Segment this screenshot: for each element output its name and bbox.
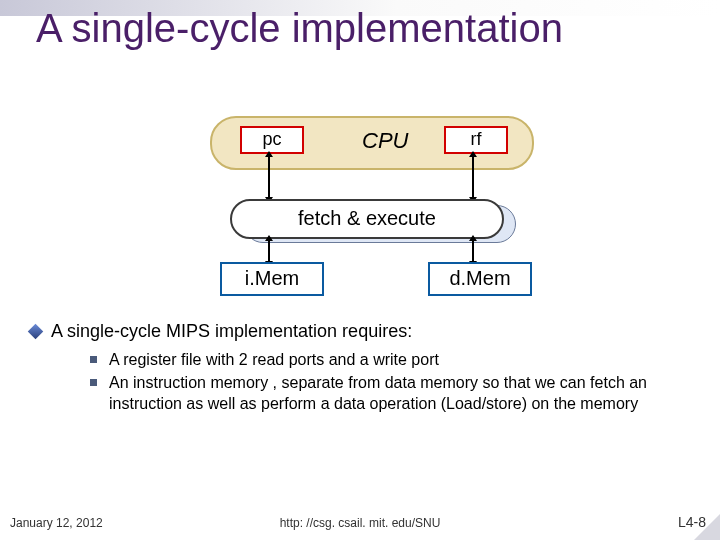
lead-text: A single-cycle MIPS implementation requi… <box>51 320 412 343</box>
bullet-text: An instruction memory , separate from da… <box>109 372 690 414</box>
imem-box: i.Mem <box>220 262 324 296</box>
arrow-imem <box>268 240 270 262</box>
fetch-execute-label: fetch & execute <box>230 199 504 239</box>
bullet-lvl1: A single-cycle MIPS implementation requi… <box>30 320 690 343</box>
list-item: An instruction memory , separate from da… <box>90 372 690 414</box>
sub-bullets: A register file with 2 read ports and a … <box>90 349 690 414</box>
footer-url: http: //csg. csail. mit. edu/SNU <box>0 516 720 530</box>
list-item: A register file with 2 read ports and a … <box>90 349 690 370</box>
cpu-label: CPU <box>362 128 408 154</box>
page-curl-icon <box>694 514 720 540</box>
arrow-dmem <box>472 240 474 262</box>
rf-register: rf <box>444 126 508 154</box>
body-content: A single-cycle MIPS implementation requi… <box>30 320 690 416</box>
square-icon <box>90 356 97 363</box>
bullet-text: A register file with 2 read ports and a … <box>109 349 439 370</box>
arrow-rf <box>472 156 474 198</box>
diagram: CPU pc rf fetch & execute i.Mem d.Mem <box>170 116 570 306</box>
diamond-icon <box>28 324 44 340</box>
pc-register: pc <box>240 126 304 154</box>
slide-title: A single-cycle implementation <box>36 6 563 50</box>
square-icon <box>90 379 97 386</box>
arrow-pc <box>268 156 270 198</box>
dmem-box: d.Mem <box>428 262 532 296</box>
